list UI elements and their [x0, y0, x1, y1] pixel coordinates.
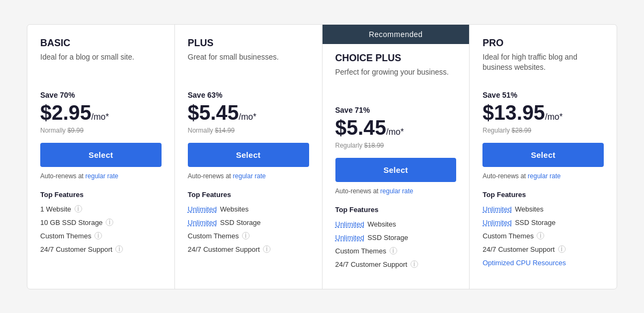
- price-row-choice-plus: $5.45 /mo*: [335, 117, 457, 140]
- original-price-plus: $14.99: [215, 127, 235, 134]
- plan-name-plus: PLUS: [188, 38, 309, 49]
- top-features-title-choice-plus: Top Features: [335, 206, 457, 214]
- regular-rate-link-basic[interactable]: regular rate: [85, 172, 118, 180]
- feature-item-basic-0: 1 Websitei: [40, 205, 162, 213]
- plan-name-pro: PRO: [482, 38, 604, 49]
- select-button-pro[interactable]: Select: [482, 143, 604, 167]
- regular-rate-link-pro[interactable]: regular rate: [528, 172, 560, 180]
- info-icon-basic-2: i: [94, 232, 102, 239]
- info-icon-basic-3: i: [115, 245, 123, 253]
- info-icon-pro-2: i: [537, 232, 544, 239]
- pricing-container: BASICIdeal for a blog or small site.Save…: [27, 24, 617, 289]
- top-features-title-basic: Top Features: [40, 191, 162, 199]
- feature-item-pro-1: Unlimited SSD Storage: [482, 219, 604, 227]
- feature-text-basic-1: 10 GB SSD Storage: [40, 219, 103, 227]
- feature-item-choice-plus-1: Unlimited SSD Storage: [335, 234, 457, 242]
- price-dollar-plus: $5.45: [188, 101, 239, 125]
- recommended-banner: Recommended: [323, 25, 470, 44]
- top-features-title-plus: Top Features: [188, 191, 309, 199]
- info-icon-plus-3: i: [263, 245, 270, 253]
- feature-text-choice-plus-3: 24/7 Customer Support: [335, 260, 407, 268]
- plan-col-choice-plus: RecommendedCHOICE PLUSPerfect for growin…: [323, 25, 470, 289]
- feature-link-plus-0[interactable]: Unlimited: [188, 205, 217, 213]
- autorenews-plus: Auto-renews at regular rate: [188, 172, 309, 180]
- autorenews-choice-plus: Auto-renews at regular rate: [335, 187, 457, 195]
- info-icon-choice-plus-3: i: [411, 260, 418, 268]
- feature-text-basic-2: Custom Themes: [40, 232, 91, 240]
- save-label-pro: Save 51%: [482, 91, 604, 99]
- feature-text-basic-3: 24/7 Customer Support: [40, 245, 112, 253]
- price-row-pro: $13.95 /mo*: [482, 101, 604, 125]
- feature-text-pro-2: Custom Themes: [482, 232, 533, 240]
- normally-row-pro: Regularly $28.99: [482, 127, 604, 134]
- regular-rate-link-choice-plus[interactable]: regular rate: [380, 187, 413, 195]
- top-features-title-pro: Top Features: [482, 191, 604, 199]
- feature-text-choice-plus-2: Custom Themes: [335, 247, 386, 255]
- feature-item-pro-0: Unlimited Websites: [482, 205, 604, 213]
- price-row-basic: $2.95 /mo*: [40, 101, 162, 125]
- feature-text-plus-3: 24/7 Customer Support: [188, 245, 260, 253]
- feature-link-choice-plus-1[interactable]: Unlimited: [335, 234, 364, 242]
- feature-item-basic-3: 24/7 Customer Supporti: [40, 245, 162, 253]
- select-button-basic[interactable]: Select: [40, 143, 162, 167]
- feature-link-choice-plus-0[interactable]: Unlimited: [335, 220, 364, 228]
- plan-desc-choice-plus: Perfect for growing your business.: [335, 67, 457, 95]
- original-price-choice-plus: $18.99: [364, 142, 384, 149]
- price-period-basic: /mo*: [91, 112, 109, 122]
- feature-text-pro-3: 24/7 Customer Support: [482, 245, 554, 253]
- price-row-plus: $5.45 /mo*: [188, 101, 309, 125]
- feature-link-plus-1[interactable]: Unlimited: [188, 219, 217, 227]
- plan-desc-pro: Ideal for high traffic blog and business…: [482, 52, 604, 80]
- price-dollar-choice-plus: $5.45: [335, 117, 386, 140]
- plan-col-plus: PLUSGreat for small businesses.Save 63% …: [175, 25, 323, 289]
- plan-desc-plus: Great for small businesses.: [188, 52, 309, 80]
- info-icon-plus-2: i: [242, 232, 250, 239]
- autorenews-basic: Auto-renews at regular rate: [40, 172, 162, 180]
- info-icon-basic-0: i: [75, 205, 82, 213]
- feature-text-basic-0: 1 Website: [40, 205, 71, 213]
- plan-col-basic: BASICIdeal for a blog or small site.Save…: [27, 25, 175, 289]
- select-button-choice-plus[interactable]: Select: [335, 158, 457, 182]
- optimized-link-pro[interactable]: Optimized CPU Resources: [482, 259, 566, 267]
- info-icon-basic-1: i: [106, 219, 113, 226]
- feature-item-basic-1: 10 GB SSD Storagei: [40, 219, 162, 227]
- plan-name-choice-plus: CHOICE PLUS: [335, 53, 457, 64]
- autorenews-pro: Auto-renews at regular rate: [482, 172, 604, 180]
- info-icon-pro-3: i: [558, 245, 566, 253]
- feature-item-choice-plus-0: Unlimited Websites: [335, 220, 457, 228]
- plan-desc-basic: Ideal for a blog or small site.: [40, 52, 162, 80]
- price-dollar-basic: $2.95: [40, 101, 91, 125]
- feature-item-plus-1: Unlimited SSD Storage: [188, 219, 309, 227]
- feature-item-plus-3: 24/7 Customer Supporti: [188, 245, 309, 253]
- regular-rate-link-plus[interactable]: regular rate: [233, 172, 266, 180]
- plan-name-basic: BASIC: [40, 38, 162, 49]
- select-button-plus[interactable]: Select: [188, 143, 309, 167]
- feature-item-choice-plus-2: Custom Themesi: [335, 247, 457, 255]
- price-period-pro: /mo*: [545, 112, 562, 122]
- feature-text-plus-2: Custom Themes: [188, 232, 239, 240]
- normally-row-plus: Normally $14.99: [188, 127, 309, 134]
- feature-item-pro-2: Custom Themesi: [482, 232, 604, 240]
- feature-item-choice-plus-3: 24/7 Customer Supporti: [335, 260, 457, 268]
- save-label-basic: Save 70%: [40, 91, 162, 99]
- price-dollar-pro: $13.95: [482, 101, 545, 125]
- extra-feature-pro: Optimized CPU Resources: [482, 259, 604, 267]
- feature-item-plus-0: Unlimited Websites: [188, 205, 309, 213]
- save-label-plus: Save 63%: [188, 91, 309, 99]
- normally-row-basic: Normally $9.99: [40, 127, 162, 134]
- feature-item-basic-2: Custom Themesi: [40, 232, 162, 240]
- save-label-choice-plus: Save 71%: [335, 106, 457, 114]
- feature-item-plus-2: Custom Themesi: [188, 232, 309, 240]
- original-price-pro: $28.99: [511, 127, 531, 134]
- normally-row-choice-plus: Regularly $18.99: [335, 142, 457, 149]
- plan-col-pro: PROIdeal for high traffic blog and busin…: [470, 25, 617, 289]
- original-price-basic: $9.99: [68, 127, 84, 134]
- feature-link-pro-0[interactable]: Unlimited: [482, 205, 511, 213]
- feature-link-pro-1[interactable]: Unlimited: [482, 219, 511, 227]
- price-period-choice-plus: /mo*: [386, 127, 404, 137]
- feature-item-pro-3: 24/7 Customer Supporti: [482, 245, 604, 253]
- info-icon-choice-plus-2: i: [390, 247, 397, 254]
- price-period-plus: /mo*: [239, 112, 257, 122]
